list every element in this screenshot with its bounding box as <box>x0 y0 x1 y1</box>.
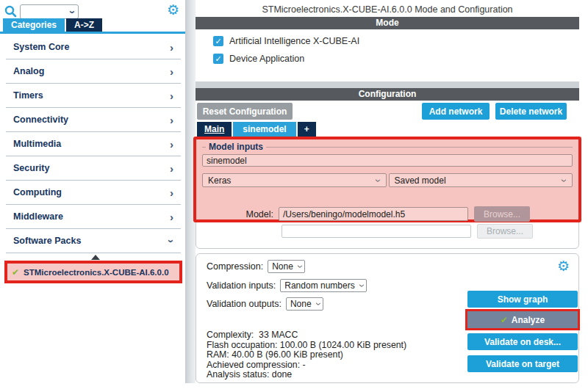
tab-a-to-z[interactable]: A->Z <box>66 18 102 32</box>
sidebar-item-xcube-ai-pack[interactable]: ✔ STMicroelectronics.X-CUBE-AI.6.0.0 <box>4 261 182 283</box>
sidebar-item-computing[interactable]: Computing <box>6 181 181 205</box>
sidebar: ⚙ Categories A->Z System Core Analog Tim… <box>0 0 185 392</box>
checkbox-artificial-intelligence[interactable]: ✓ Artificial Intelligence X-CUBE-AI <box>213 36 359 46</box>
search-input[interactable] <box>20 4 79 19</box>
chevron-right-icon <box>170 42 173 53</box>
chevron-down-icon <box>357 284 368 288</box>
validate-on-desk-button[interactable]: Validate on desk... <box>467 333 578 350</box>
secondary-model-row: Browse... <box>196 224 579 239</box>
main-panel: STMicroelectronics.X-CUBE-AI.6.0.0 Mode … <box>196 0 579 392</box>
chevron-right-icon <box>170 187 173 198</box>
checkbox-device-application[interactable]: ✓ Device Application <box>213 54 304 64</box>
model-inputs-legend: Model inputs <box>202 142 573 152</box>
reset-configuration-button[interactable]: Reset Configuration <box>197 103 293 120</box>
network-tabs: Main sinemodel + <box>197 122 316 137</box>
validate-on-target-button[interactable]: Validate on target <box>467 355 578 372</box>
chevron-down-icon <box>295 265 306 269</box>
chevron-right-icon <box>170 115 173 126</box>
sidebar-item-multimedia[interactable]: Multimedia <box>6 132 181 156</box>
gear-icon[interactable]: ⚙ <box>167 1 179 19</box>
network-name-input[interactable] <box>202 154 573 167</box>
sidebar-item-analog[interactable]: Analog <box>6 59 181 84</box>
configuration-header: Configuration <box>196 88 579 101</box>
stat-flash: Flash occupation: 100.00 B (1024.00 KiB … <box>207 341 406 351</box>
validation-outputs-label: Validation outputs: <box>207 299 282 309</box>
tab-underline <box>0 32 185 34</box>
sidebar-tabs: Categories A->Z <box>3 18 102 32</box>
compression-select[interactable]: None <box>268 260 305 273</box>
model-kind-select[interactable]: Saved model <box>389 173 573 187</box>
tab-main[interactable]: Main <box>197 122 232 137</box>
chevron-right-icon <box>170 139 173 150</box>
analysis-section: Compression: None ⚙ Validation inputs: R… <box>196 253 579 383</box>
browse-model-button[interactable]: Browse... <box>474 206 530 222</box>
model-inputs-fieldset: Model inputs Keras Saved model Model: Br… <box>193 137 581 222</box>
analyze-button[interactable]: ✔Analyze <box>467 311 578 328</box>
model-path-label: Model: <box>202 209 279 219</box>
stat-complexity: Complexity: 33 MACC <box>207 330 406 341</box>
chevron-down-icon <box>373 178 384 182</box>
validation-outputs-select[interactable]: None <box>286 297 323 311</box>
stat-compression: Achieved compression: - <box>207 360 406 371</box>
compression-label: Compression: <box>207 261 263 272</box>
mode-header: Mode <box>196 17 579 29</box>
validation-inputs-select[interactable]: Random numbers <box>280 279 367 292</box>
show-graph-button[interactable]: Show graph <box>467 291 578 308</box>
chevron-down-icon <box>170 236 173 247</box>
secondary-model-input[interactable] <box>282 225 471 238</box>
sidebar-item-system-core[interactable]: System Core <box>6 35 181 59</box>
chevron-right-icon <box>170 90 173 101</box>
sidebar-item-connectivity[interactable]: Connectivity <box>6 108 181 132</box>
category-list: System Core Analog Timers Connectivity M… <box>0 35 185 253</box>
tab-add-network[interactable]: + <box>298 122 316 137</box>
chevron-down-icon <box>71 7 75 18</box>
chevron-right-icon <box>170 211 173 222</box>
tab-categories[interactable]: Categories <box>3 18 65 32</box>
section-gap <box>196 81 579 88</box>
chevron-down-icon <box>560 178 570 182</box>
chevron-down-icon <box>314 302 324 306</box>
framework-select[interactable]: Keras <box>202 173 387 187</box>
delete-network-button[interactable]: Delete network <box>495 103 567 120</box>
sidebar-item-middleware[interactable]: Middleware <box>6 205 181 229</box>
caret-up-icon <box>91 255 100 260</box>
validation-inputs-label: Validation inputs: <box>207 280 276 291</box>
chevron-right-icon <box>170 163 173 174</box>
stat-status: Analysis status: done <box>207 370 406 380</box>
stat-ram: RAM: 40.00 B (96.00 KiB present) <box>207 350 406 360</box>
check-icon: ✔ <box>12 267 19 277</box>
analysis-settings-gear-icon[interactable]: ⚙ <box>557 258 570 275</box>
app-window: ⚙ Categories A->Z System Core Analog Tim… <box>0 0 588 392</box>
add-network-button[interactable]: Add network <box>422 103 490 120</box>
sidebar-item-software-packs[interactable]: Software Packs <box>6 229 181 253</box>
analyze-highlight-box: ✔Analyze <box>465 309 580 330</box>
page-title: STMicroelectronics.X-CUBE-AI.6.0.0 Mode … <box>196 4 579 15</box>
sidebar-item-security[interactable]: Security <box>6 156 181 181</box>
secondary-browse-button[interactable]: Browse... <box>477 224 533 239</box>
checkbox-checked-icon: ✓ <box>213 54 223 64</box>
sidebar-item-timers[interactable]: Timers <box>6 84 181 108</box>
chevron-right-icon <box>170 66 173 77</box>
checkbox-checked-icon: ✓ <box>213 36 223 46</box>
analysis-stats: Complexity: 33 MACC Flash occupation: 10… <box>207 330 406 380</box>
tab-sinemodel[interactable]: sinemodel <box>233 122 295 137</box>
model-path-input[interactable] <box>279 207 468 221</box>
check-icon: ✔ <box>501 315 508 325</box>
